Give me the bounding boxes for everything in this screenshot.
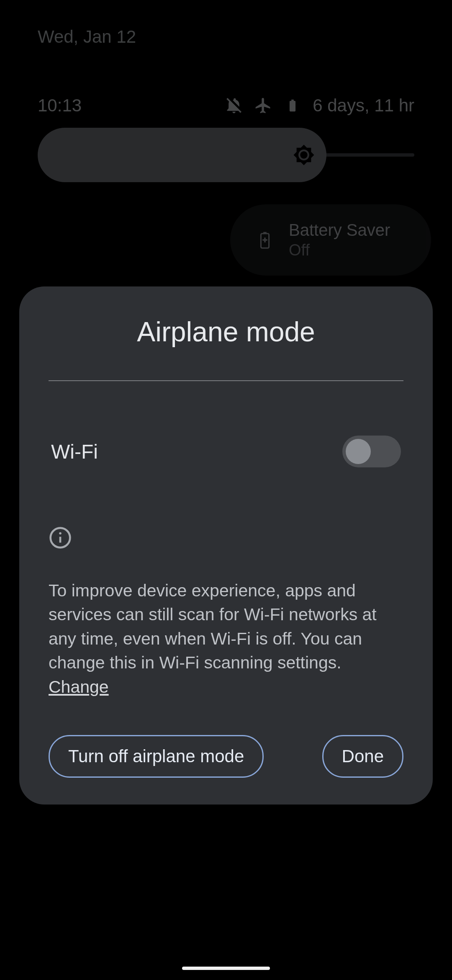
info-text: To improve device experience, apps and s…	[49, 579, 400, 699]
svg-rect-0	[261, 234, 269, 248]
airplane-mode-dialog: Airplane mode Wi-Fi To improve device ex…	[19, 286, 433, 805]
info-icon	[49, 526, 72, 549]
toggle-thumb	[346, 439, 371, 464]
svg-point-3	[59, 532, 62, 535]
airplane-icon	[254, 96, 272, 115]
dialog-divider	[49, 380, 403, 381]
dialog-title: Airplane mode	[49, 316, 403, 348]
battery-saver-tile[interactable]: Battery Saver Off	[230, 204, 431, 276]
gesture-nav-handle[interactable]	[182, 967, 270, 970]
done-button[interactable]: Done	[322, 735, 403, 778]
tile-subtitle: Off	[289, 241, 390, 259]
status-date: Wed, Jan 12	[38, 27, 414, 47]
turn-off-airplane-button[interactable]: Turn off airplane mode	[49, 735, 264, 778]
status-time: 10:13	[38, 95, 82, 116]
info-text-body: To improve device experience, apps and s…	[49, 581, 377, 672]
tile-title: Battery Saver	[289, 221, 390, 240]
dnd-off-icon	[225, 96, 243, 115]
battery-estimate-text: 6 days, 11 hr	[313, 95, 414, 116]
change-link[interactable]: Change	[49, 677, 109, 696]
status-icons: 6 days, 11 hr	[225, 95, 414, 116]
battery-icon	[283, 96, 302, 115]
wifi-toggle[interactable]	[342, 436, 401, 467]
battery-saver-icon	[255, 230, 275, 250]
brightness-icon	[293, 144, 315, 166]
dialog-button-row: Turn off airplane mode Done	[49, 735, 403, 778]
wifi-row: Wi-Fi	[49, 436, 403, 467]
wifi-label: Wi-Fi	[51, 440, 98, 463]
status-bar: 10:13 6 days, 11 hr	[38, 95, 414, 116]
brightness-slider[interactable]	[38, 153, 414, 157]
